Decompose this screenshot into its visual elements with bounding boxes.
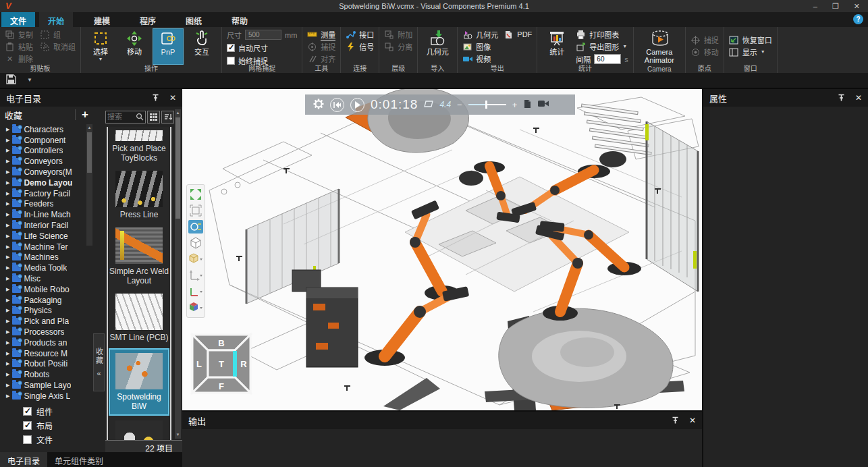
viewport-3d-scene[interactable] <box>182 89 702 410</box>
frame-axes-button[interactable] <box>188 269 203 282</box>
export-graph-button[interactable]: 导出图形▼ <box>576 41 628 52</box>
catalog-tree-item[interactable]: ▶Resource M <box>0 348 86 359</box>
catalog-item[interactable]: SMT Line (PCB) <box>108 290 170 347</box>
reset-simulation-button[interactable] <box>330 98 344 112</box>
catalog-tree-item[interactable]: ▶Conveyors <box>0 156 86 167</box>
simulation-settings-gear-icon[interactable] <box>313 99 324 111</box>
catalog-tree-item[interactable]: ▶Controllers <box>0 146 86 157</box>
viewport-3d[interactable]: 0:01:18 4.4 − + <box>182 89 702 410</box>
expander-icon[interactable]: ▶ <box>6 340 9 346</box>
expander-icon[interactable]: ▶ <box>6 254 9 260</box>
catalog-item[interactable]: Spotwelding BiW <box>110 350 168 414</box>
export-image-button[interactable]: 图像 <box>462 41 498 52</box>
expander-icon[interactable]: ▶ <box>6 148 9 153</box>
tab-cell-component-category[interactable]: 单元组件类别 <box>47 452 111 467</box>
expander-icon[interactable]: ▶ <box>6 244 9 250</box>
close-button[interactable]: ✕ <box>854 2 860 11</box>
catalog-tree-item[interactable]: ▶Interior Facil <box>0 220 86 231</box>
auto-size-checkbox[interactable] <box>227 44 235 52</box>
expander-icon[interactable]: ▶ <box>6 138 9 143</box>
play-button[interactable] <box>350 98 364 112</box>
expander-icon[interactable]: ▶ <box>6 169 9 175</box>
measure-button[interactable]: 测量 <box>307 29 335 40</box>
catalog-tree-item[interactable]: ▶Life Science <box>0 231 86 242</box>
catalog-tree-item[interactable]: ▶Characters <box>0 124 86 135</box>
tab-ecatalog[interactable]: 电子目录 <box>0 452 47 467</box>
expander-icon[interactable]: ▶ <box>6 201 9 207</box>
catalog-tree-item[interactable]: ▶Mobile Robo <box>0 284 86 295</box>
catalog-tree-item[interactable]: ▶Products an <box>0 337 86 348</box>
render-mode-button[interactable] <box>188 220 203 234</box>
catalog-tree-item[interactable]: ▶Robots <box>0 369 86 380</box>
expander-icon[interactable]: ▶ <box>6 265 9 271</box>
tab-help[interactable]: 帮助 <box>223 12 256 27</box>
save-button[interactable] <box>6 74 16 86</box>
qat-customize-caret[interactable]: ▼ <box>27 78 32 82</box>
export-pdf-3d-icon[interactable] <box>523 99 532 111</box>
record-video-icon[interactable] <box>538 100 549 109</box>
auto-size-checkbox-row[interactable]: 自动尺寸 <box>227 42 297 53</box>
minimize-button[interactable]: – <box>813 2 817 11</box>
tab-home[interactable]: 开始 <box>39 12 73 27</box>
expander-icon[interactable]: ▶ <box>6 372 9 377</box>
interact-button[interactable]: 交互 <box>187 29 217 56</box>
expander-icon[interactable]: ▶ <box>6 351 9 356</box>
catalog-tree-item[interactable]: ▶In-Line Mach <box>0 209 86 220</box>
pin-icon[interactable] <box>152 94 159 102</box>
help-icon[interactable]: ? <box>853 14 863 24</box>
catalog-filter-row[interactable]: 文件 <box>23 434 53 445</box>
catalog-tree-item[interactable]: ▶Robot Positi <box>0 359 86 370</box>
interfaces-button[interactable]: 接口 <box>346 29 374 40</box>
expander-icon[interactable]: ▶ <box>6 393 9 399</box>
expander-icon[interactable]: ▶ <box>6 223 9 228</box>
search-box[interactable] <box>105 111 146 123</box>
output-close-icon[interactable]: ✕ <box>689 416 696 425</box>
catalog-tree-item[interactable]: ▶Machine Ter <box>0 242 86 252</box>
expander-icon[interactable]: ▶ <box>6 191 9 196</box>
show-button[interactable]: 显示▼ <box>729 47 772 57</box>
speed-increase-button[interactable]: + <box>512 100 518 110</box>
pnp-button[interactable]: PnP <box>153 29 183 64</box>
expander-icon[interactable]: ▶ <box>6 383 9 388</box>
properties-pin-icon[interactable] <box>838 94 845 102</box>
expander-icon[interactable]: ▶ <box>6 287 9 292</box>
expander-icon[interactable]: ▶ <box>6 276 9 281</box>
restore-windows-button[interactable]: 恢复窗口 <box>729 34 772 45</box>
catalog-tree-item[interactable]: ▶Processors <box>0 327 86 337</box>
catalog-tree-item[interactable]: ▶Misc <box>0 273 86 284</box>
catalog-scrollbar[interactable]: ▲▼ <box>175 109 181 439</box>
catalog-tree-item[interactable]: ▶Component <box>0 135 86 146</box>
select-button[interactable]: 选择▼ <box>86 29 115 61</box>
speed-slider[interactable] <box>468 101 506 109</box>
catalog-tree-item[interactable]: ▶Physics <box>0 306 86 317</box>
expander-icon[interactable]: ▶ <box>6 127 9 132</box>
catalog-item[interactable] <box>108 417 170 440</box>
tab-modeling[interactable]: 建模 <box>85 12 119 27</box>
search-input[interactable] <box>107 113 136 121</box>
catalog-item[interactable]: Simple Arc Weld Layout <box>108 224 170 290</box>
expander-icon[interactable]: ▶ <box>6 361 9 366</box>
tab-file[interactable]: 文件 <box>1 12 35 27</box>
catalog-tree-item[interactable]: ▶Conveyors(M <box>0 167 86 177</box>
catalog-tree-item[interactable]: ▶Media Toolk <box>0 263 86 273</box>
tab-program[interactable]: 程序 <box>131 12 165 27</box>
catalog-tree-item[interactable]: ▶Sample Layo <box>0 380 86 391</box>
output-pin-icon[interactable] <box>672 416 679 424</box>
export-geometry-button[interactable]: 几何元 <box>462 29 498 40</box>
expander-icon[interactable]: ▶ <box>6 329 9 335</box>
tab-drawing[interactable]: 图纸 <box>177 12 211 27</box>
filter-checkbox[interactable] <box>23 407 32 416</box>
catalog-tree-item[interactable]: ▶Demo Layou <box>0 177 86 188</box>
expander-icon[interactable]: ▶ <box>6 234 9 239</box>
maximize-button[interactable]: ❐ <box>832 2 839 11</box>
catalog-filter-row[interactable]: 组件 <box>23 406 53 417</box>
navigation-cube[interactable]: B L T R F <box>190 329 252 398</box>
export-pdf-button[interactable]: PDF <box>504 29 532 40</box>
shaded-cube-button[interactable] <box>188 252 203 266</box>
expander-icon[interactable]: ▶ <box>6 308 9 313</box>
camera-animator-button[interactable]: Camera Animator <box>639 29 680 64</box>
properties-close-icon[interactable]: ✕ <box>855 93 862 103</box>
catalog-tree-item[interactable]: ▶Pick and Pla <box>0 316 86 327</box>
expander-icon[interactable]: ▶ <box>6 298 9 303</box>
signals-button[interactable]: 信号 <box>346 41 374 52</box>
